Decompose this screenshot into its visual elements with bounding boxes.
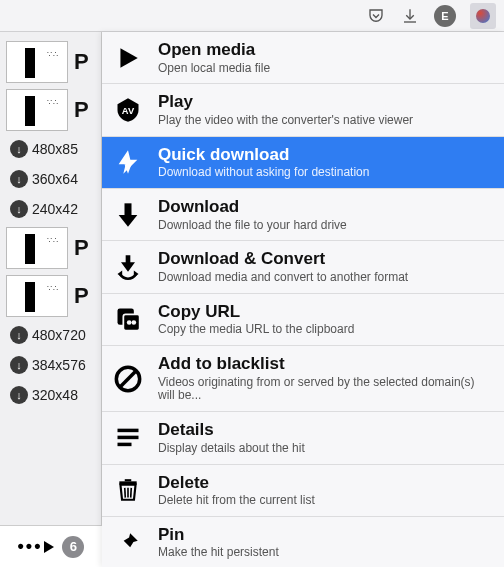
menu-item-download[interactable]: Download Download the file to your hard … [102,189,504,241]
menu-title: Delete [158,473,490,493]
arrow-down-icon [112,199,144,231]
download-toolbar-icon[interactable] [400,6,420,26]
svg-line-15 [120,370,136,386]
svg-rect-20 [125,479,132,481]
menu-title: Add to blacklist [158,354,490,374]
list-item[interactable]: ↓ 480x85 [0,134,101,164]
svg-marker-6 [119,215,138,227]
context-menu: Open media Open local media file AV Play… [102,32,504,567]
svg-rect-19 [119,482,136,485]
blacklist-icon [112,363,144,395]
menu-subtitle: Open local media file [158,62,490,76]
av-badge-icon: AV [112,94,144,126]
download-icon: ↓ [10,386,28,404]
download-icon: ↓ [10,170,28,188]
menu-item-play[interactable]: AV Play Play the video with the converte… [102,84,504,136]
star-icon[interactable] [8,6,218,26]
extension-button[interactable] [470,3,496,29]
menu-item-quick-download[interactable]: Quick download Download without asking f… [102,137,504,189]
svg-point-12 [127,321,132,326]
menu-title: Download & Convert [158,249,490,269]
extension-icon [476,9,490,23]
download-icon: ↓ [10,356,28,374]
details-icon [112,422,144,454]
menu-item-download-convert[interactable]: Download & Convert Download media and co… [102,241,504,293]
download-icon: ↓ [10,326,28,344]
list-item[interactable]: ∵∴ P [0,86,101,134]
size-label: 384x576 [32,357,86,373]
pin-icon [112,527,144,559]
svg-text:AV: AV [122,106,135,116]
menu-item-pin[interactable]: Pin Make the hit persistent [102,517,504,567]
video-thumbnail: ∵∴ [6,41,68,83]
size-label: 480x720 [32,327,86,343]
menu-subtitle: Copy the media URL to the clipboard [158,323,490,337]
menu-subtitle: Videos originating from or served by the… [158,376,490,404]
pocket-icon[interactable] [366,6,386,26]
menu-title: Copy URL [158,302,490,322]
size-label: 480x85 [32,141,78,157]
list-item[interactable]: ↓ 480x720 [0,320,101,350]
download-icon: ↓ [10,140,28,158]
menu-subtitle: Delete hit from the current list [158,494,490,508]
thumb-label: P [74,97,89,123]
thumb-label: P [74,283,89,309]
list-item[interactable]: ↓ 360x64 [0,164,101,194]
play-all-button[interactable]: ••• [18,536,55,557]
video-thumbnail: ∵∴ [6,89,68,131]
play-triangle-icon [112,42,144,74]
svg-point-13 [132,321,137,326]
menu-item-copy-url[interactable]: Copy URL Copy the media URL to the clipb… [102,294,504,346]
list-item[interactable]: ↓ 240x42 [0,194,101,224]
media-list: ∵∴ P ∵∴ P ↓ 480x85 ↓ 360x64 ↓ 240x42 ∵∴ … [0,32,102,567]
menu-item-delete[interactable]: Delete Delete hit from the current list [102,465,504,517]
ellipsis-icon: ••• [18,536,43,557]
thumb-label: P [74,235,89,261]
menu-item-blacklist[interactable]: Add to blacklist Videos originating from… [102,346,504,412]
count-badge: 6 [62,536,84,558]
list-item[interactable]: ↓ 384x576 [0,350,101,380]
menu-title: Download [158,197,490,217]
bottom-bar: ••• 6 [0,525,102,567]
svg-marker-7 [121,255,135,271]
menu-item-details[interactable]: Details Display details about the hit [102,412,504,464]
svg-rect-5 [125,203,132,215]
svg-marker-8 [118,271,123,278]
video-thumbnail: ∵∴ [6,227,68,269]
profile-badge[interactable]: E [434,5,456,27]
menu-subtitle: Download the file to your hard drive [158,219,490,233]
list-item[interactable]: ∵∴ P [0,224,101,272]
menu-title: Quick download [158,145,490,165]
menu-subtitle: Download media and convert to another fo… [158,271,490,285]
menu-title: Open media [158,40,490,60]
browser-toolbar: E [0,0,504,32]
svg-line-23 [131,488,132,498]
menu-subtitle: Make the hit persistent [158,546,490,560]
size-label: 320x48 [32,387,78,403]
svg-rect-16 [118,429,139,433]
download-icon: ↓ [10,200,28,218]
list-item[interactable]: ∵∴ P [0,38,101,86]
trash-icon [112,474,144,506]
menu-title: Pin [158,525,490,545]
svg-rect-18 [118,443,132,447]
svg-line-21 [125,488,126,498]
list-item[interactable]: ∵∴ P [0,272,101,320]
list-item[interactable]: ↓ 320x48 [0,380,101,410]
video-thumbnail: ∵∴ [6,275,68,317]
menu-title: Details [158,420,490,440]
recycle-down-icon [112,251,144,283]
thumb-label: P [74,49,89,75]
menu-subtitle: Display details about the hit [158,442,490,456]
bolt-down-icon [112,146,144,178]
size-label: 360x64 [32,171,78,187]
svg-marker-9 [134,271,139,278]
size-label: 240x42 [32,201,78,217]
svg-marker-1 [120,48,137,68]
menu-subtitle: Play the video with the converter's nati… [158,114,490,128]
play-icon [44,541,54,553]
copy-icon [112,303,144,335]
menu-item-open-media[interactable]: Open media Open local media file [102,32,504,84]
menu-title: Play [158,92,490,112]
svg-rect-17 [118,436,139,440]
